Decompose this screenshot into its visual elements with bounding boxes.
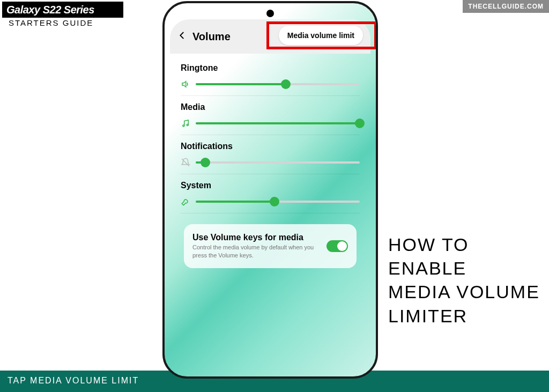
media-slider[interactable] (196, 122, 360, 124)
chevron-left-icon (177, 31, 187, 40)
music-icon (181, 119, 190, 128)
site-watermark: THECELLGUIDE.COM (463, 0, 549, 13)
card-subtitle: Control the media volume by default when… (192, 243, 319, 260)
bell-off-icon (181, 158, 190, 167)
speaker-icon (181, 79, 190, 89)
ringtone-slider-fill (196, 83, 286, 85)
media-slider-fill (196, 122, 360, 124)
screen: Volume Media volume limit Ringtone Media (170, 19, 370, 371)
ringtone-label: Ringtone (181, 63, 360, 73)
notifications-row: Notifications (181, 135, 360, 174)
wrench-icon (181, 197, 190, 206)
starters-guide-label: STARTERS GUIDE (9, 18, 93, 27)
use-volume-keys-card[interactable]: Use Volume keys for media Control the me… (184, 224, 357, 268)
card-title: Use Volume keys for media (192, 233, 319, 242)
page-title: Volume (192, 31, 231, 43)
notifications-label: Notifications (181, 142, 360, 151)
media-volume-limit-button[interactable]: Media volume limit (279, 26, 363, 45)
media-label: Media (181, 102, 360, 112)
svg-point-0 (183, 125, 184, 127)
system-slider-fill (196, 201, 274, 203)
system-row: System (181, 174, 360, 213)
back-button[interactable] (177, 29, 187, 43)
ringtone-slider-thumb[interactable] (281, 79, 291, 89)
hero-title: HOW TO ENABLE MEDIA VOLUME LIMITER (388, 233, 540, 328)
ringtone-slider[interactable] (196, 83, 360, 85)
notifications-slider[interactable] (196, 161, 360, 164)
media-row: Media (181, 96, 360, 135)
svg-point-1 (187, 124, 188, 126)
settings-list: Ringtone Media (170, 54, 370, 268)
notifications-slider-thumb[interactable] (201, 158, 210, 167)
phone-frame: Volume Media volume limit Ringtone Media (162, 1, 378, 379)
media-slider-thumb[interactable] (355, 119, 365, 128)
brand-logo: Galaxy S22 Series (2, 2, 123, 18)
system-slider[interactable] (196, 201, 360, 203)
ringtone-row: Ringtone (181, 57, 360, 96)
app-header: Volume Media volume limit (170, 19, 370, 54)
toggle-knob (337, 241, 347, 251)
front-camera (266, 10, 274, 17)
system-label: System (181, 181, 360, 190)
use-volume-keys-toggle[interactable] (327, 240, 348, 252)
system-slider-thumb[interactable] (270, 197, 279, 206)
